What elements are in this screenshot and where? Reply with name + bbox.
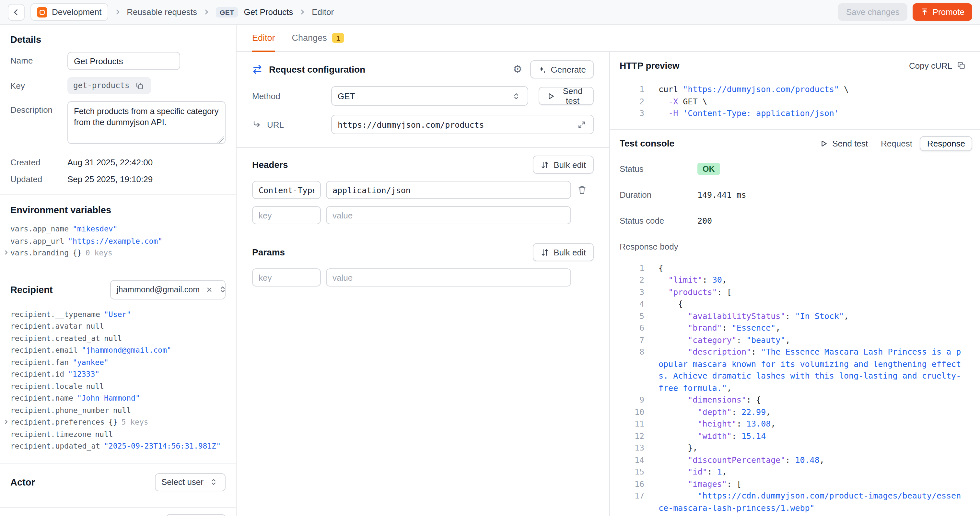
swap-arrows-icon [252,64,262,75]
kv-value: null [113,404,131,416]
kv-suffix: 0 keys [86,247,113,259]
curl-preview-code: 1curl "https://dummyjson.com/products" \… [610,75,980,129]
bulk-edit-icon [541,161,549,169]
response-line: 3 "products": [ [620,286,966,298]
test-console: Test console Send test Request Response [610,129,980,516]
request-tab-button[interactable]: Request [874,136,919,151]
method-select[interactable]: GET [331,86,528,106]
response-line: 5 "availabilityStatus": "In Stock", [620,310,966,322]
back-button[interactable] [8,3,25,21]
delete-header-button[interactable] [576,184,588,196]
kv-key: recipient.avatar [10,320,82,332]
code-text: curl "https://dummyjson.com/products" \ [659,84,966,96]
settings-gear-icon[interactable]: ⚙ [512,63,524,76]
expand-chevron-icon[interactable] [3,419,9,425]
curl-line: 3 -H 'Content-Type: application/json' [620,108,966,119]
kv-value: null [86,380,104,392]
send-test-button[interactable]: Send test [539,87,594,105]
kv-key: recipient.preferences [10,416,105,428]
recipient-selected: jhammond@gmail.com [117,285,200,294]
header-value-input[interactable] [326,206,571,224]
code-text: { [659,262,966,274]
status-badge: OK [697,163,720,175]
console-send-test-button[interactable]: Send test [819,139,868,148]
param-value-input[interactable] [326,268,571,287]
resize-handle[interactable] [217,136,224,143]
copy-curl-button[interactable]: Copy cURL [909,61,966,70]
headers-bulk-edit-button[interactable]: Bulk edit [533,156,594,174]
line-number: 10 [620,406,644,418]
tab-changes[interactable]: Changes 1 [292,25,345,51]
clear-recipient-icon[interactable] [204,284,215,295]
recipient-fields-list: recipient.__typename"User"recipient.avat… [10,308,226,452]
status-code-label: Status code [620,216,697,226]
sidebar-bottom-select[interactable] [166,514,226,516]
tab-editor[interactable]: Editor [252,25,275,51]
chevrons-up-down-icon [511,91,522,102]
environment-section: Environment variables vars.app_name"mike… [0,194,236,269]
expand-icon[interactable] [576,119,587,130]
chevron-right-icon [114,8,121,16]
url-input[interactable]: https://dummyjson.com/products [331,115,594,134]
header-value-input[interactable] [326,181,571,199]
curl-line: 2 -X GET \ [620,96,966,108]
response-line: 4 { [620,298,966,310]
params-bulk-edit-button[interactable]: Bulk edit [533,243,594,261]
console-send-test-label: Send test [832,139,868,148]
kv-value: null [104,332,122,344]
code-text: "height": 13.08, [659,418,966,430]
env-var-row: vars.app_url"https://example.com" [10,235,226,247]
name-input[interactable] [67,52,180,70]
actor-select[interactable]: Select user [155,473,226,491]
code-text: "discountPercentage": 10.48, [659,454,966,466]
line-number: 12 [620,430,644,442]
chevrons-up-down-icon [217,284,228,295]
header-row [252,181,594,199]
response-body-label: Response body [620,242,697,252]
send-test-label: Send test [559,86,586,106]
response-line: 1{ [620,262,966,274]
response-line: 7 "category": "beauty", [620,334,966,346]
line-number: 5 [620,310,644,322]
params-section: Params Bulk edit [237,235,609,297]
response-tab-button[interactable]: Response [920,136,972,151]
generate-button[interactable]: Generate [530,60,594,78]
bulk-edit-label: Bulk edit [554,160,586,169]
breadcrumb-request[interactable]: Get Products [244,7,293,17]
response-line: 16 "images": [ [620,478,966,490]
header-key-input[interactable] [252,206,321,224]
description-textarea[interactable]: Fetch products from a specific category … [67,101,226,144]
code-text: "depth": 22.99, [659,406,966,418]
environment-title: Environment variables [10,205,226,215]
kv-key: recipient.updated_at [10,440,100,452]
promote-button[interactable]: Promote [913,3,972,21]
expand-chevron-icon[interactable] [3,250,9,255]
param-key-input[interactable] [252,268,321,287]
copy-icon [957,61,966,70]
recipient-field-row: recipient.preferences{}5 keys [10,416,226,428]
response-line: 14 "discountPercentage": 10.48, [620,454,966,466]
copy-curl-label: Copy cURL [909,61,952,70]
header-key-input[interactable] [252,181,321,199]
line-number: 3 [620,108,644,119]
kv-key: vars.branding [10,247,69,259]
breadcrumb-page: Editor [312,7,334,17]
copy-key-button[interactable] [134,80,145,91]
line-number: 16 [620,478,644,490]
response-line: 17 "https://cdn.dummyjson.com/product-im… [620,490,966,514]
kv-key: recipient.phone_number [10,404,109,416]
recipient-select[interactable]: jhammond@gmail.com [110,280,226,299]
kv-key: vars.app_url [10,235,64,247]
line-number: 3 [620,286,644,298]
play-icon [819,139,828,148]
breadcrumb-section[interactable]: Reusable requests [127,7,197,17]
save-changes-button[interactable]: Save changes [838,3,907,21]
recipient-field-row: recipient.created_atnull [10,332,226,344]
request-editor-panel: Request configuration ⚙ Generate Method … [237,52,610,516]
kv-key: recipient.id [10,368,64,380]
breadcrumb-workspace[interactable]: Development [30,3,108,21]
code-text: "images": [ [659,478,966,490]
duration-label: Duration [620,190,697,200]
updated-label: Updated [10,174,67,184]
code-text: "availabilityStatus": "In Stock", [659,310,966,322]
